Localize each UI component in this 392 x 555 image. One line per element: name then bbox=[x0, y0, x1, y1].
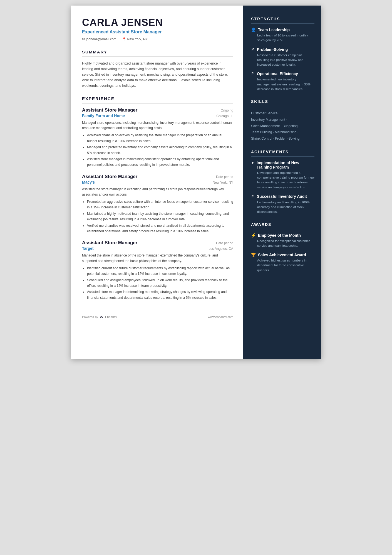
bullet-1-1: Achieved financial objectives by assisti… bbox=[87, 132, 233, 144]
strengths-divider bbox=[251, 23, 314, 24]
brand-name: Enhancv bbox=[105, 315, 117, 319]
award-desc-2: Achieved highest sales numbers in depart… bbox=[251, 258, 314, 273]
email-icon: ✉ bbox=[82, 37, 85, 41]
skill-line-2: Inventory Management · bbox=[251, 117, 314, 123]
bullet-2-1: Promoted an aggressive sales culture wit… bbox=[87, 199, 233, 210]
exp-date-3: Date period bbox=[216, 241, 233, 245]
award-label-2: 🏆 Sales Achievement Award bbox=[251, 253, 314, 257]
summary-title: SUMMARY bbox=[82, 50, 233, 54]
skill-line-1: Customer Service · bbox=[251, 110, 314, 117]
experience-title: EXPERIENCE bbox=[82, 96, 233, 101]
exp-bullets-2: Promoted an aggressive sales culture wit… bbox=[82, 199, 233, 234]
exp-description-1: Managed store operations, including merc… bbox=[82, 120, 233, 131]
email-contact: ✉ johndoe@email.com bbox=[82, 37, 116, 41]
enhancv-logo-icon: ∞ bbox=[100, 314, 103, 320]
exp-company-1: Family Farm and Home bbox=[82, 114, 125, 118]
skill-line-5: Shrink Control · Problem-Solving bbox=[251, 135, 314, 142]
employee-month-icon: ⚡ bbox=[251, 233, 256, 238]
achievement-desc-2: Led inventory audit resulting in 100% ac… bbox=[251, 200, 314, 214]
bullet-3-2: Scheduled and assigned employees, follow… bbox=[87, 277, 233, 289]
candidate-title: Experienced Assistant Store Manager bbox=[82, 29, 233, 34]
sales-achievement-icon: 🏆 bbox=[251, 253, 256, 257]
awards-title: AWARDS bbox=[251, 222, 314, 227]
achievement-item-1: ✦ Implementation of New Training Program… bbox=[251, 161, 314, 190]
strength-desc-1: Led a team of 10 to exceed monthly sales… bbox=[251, 33, 314, 43]
skills-title: SKILLS bbox=[251, 99, 314, 104]
skills-list: Customer Service · Inventory Management … bbox=[251, 110, 314, 142]
exp-company-row-2: Macy's New York, NY bbox=[82, 180, 233, 184]
skill-line-4: Team Building · Merchandising · bbox=[251, 129, 314, 135]
skills-divider bbox=[251, 106, 314, 106]
strength-item-1: 👤 Team Leadership Led a team of 10 to ex… bbox=[251, 28, 314, 43]
achievement-item-2: ⚐ Successful Inventory Audit Led invento… bbox=[251, 194, 314, 214]
bullet-2-2: Maintained a highly motivated team by as… bbox=[87, 211, 233, 222]
awards-divider bbox=[251, 229, 314, 229]
strength-desc-3: Implemented new inventory management sys… bbox=[251, 77, 314, 92]
experience-entry-1: Assistant Store Manager Ongoing Family F… bbox=[82, 107, 233, 168]
bullet-1-2: Managed and protected inventory and comp… bbox=[87, 144, 233, 156]
summary-text: Highly motivated and organized assistant… bbox=[82, 61, 233, 88]
exp-company-3: Target bbox=[82, 246, 94, 251]
footer-logo: Powered by ∞ Enhancv bbox=[82, 314, 117, 320]
award-desc-1: Recognized for exceptional customer serv… bbox=[251, 239, 314, 248]
header-section: CARLA JENSEN Experienced Assistant Store… bbox=[82, 17, 233, 41]
footer-website: www.enhancv.com bbox=[208, 315, 233, 319]
strength-label-2: ⚐ Problem-Solving bbox=[251, 47, 314, 52]
experience-divider bbox=[82, 103, 233, 103]
exp-date-1: Ongoing bbox=[221, 108, 233, 112]
exp-date-2: Date period bbox=[216, 175, 233, 179]
strength-item-3: ⚐ Operational Efficiency Implemented new… bbox=[251, 71, 314, 92]
exp-company-row-3: Target Los Angeles, CA bbox=[82, 246, 233, 251]
achievement-label-1: ✦ Implementation of New Training Program bbox=[251, 161, 314, 169]
award-item-2: 🏆 Sales Achievement Award Achieved highe… bbox=[251, 253, 314, 273]
strength-desc-2: Resolved a customer complaint resulting … bbox=[251, 53, 314, 67]
resume-container: CARLA JENSEN Experienced Assistant Store… bbox=[71, 6, 321, 359]
strength-label-3: ⚐ Operational Efficiency bbox=[251, 71, 314, 76]
problem-solving-icon: ⚐ bbox=[251, 47, 255, 52]
exp-description-2: Assisted the store manager in executing … bbox=[82, 187, 233, 197]
exp-header-1: Assistant Store Manager Ongoing bbox=[82, 107, 233, 113]
summary-divider bbox=[82, 56, 233, 57]
exp-company-2: Macy's bbox=[82, 180, 95, 184]
exp-header-3: Assistant Store Manager Date period bbox=[82, 240, 233, 246]
awards-section: AWARDS ⚡ Employee of the Month Recognize… bbox=[251, 222, 314, 273]
location-contact: 📍 New York, NY bbox=[122, 37, 148, 41]
award-label-1: ⚡ Employee of the Month bbox=[251, 233, 314, 238]
powered-by-text: Powered by bbox=[82, 315, 98, 319]
training-program-icon: ✦ bbox=[251, 161, 254, 165]
candidate-name: CARLA JENSEN bbox=[82, 17, 233, 28]
operational-efficiency-icon: ⚐ bbox=[251, 71, 255, 76]
achievement-label-2: ⚐ Successful Inventory Audit bbox=[251, 194, 314, 199]
strengths-section: STRENGTHS 👤 Team Leadership Led a team o… bbox=[251, 17, 314, 92]
achievement-desc-1: Developed and implemented a comprehensiv… bbox=[251, 171, 314, 190]
bullet-3-1: Identified current and future customer r… bbox=[87, 265, 233, 277]
exp-title-3: Assistant Store Manager bbox=[82, 240, 137, 246]
achievements-title: ACHIEVEMENTS bbox=[251, 150, 314, 154]
resume-footer: Powered by ∞ Enhancv www.enhancv.com bbox=[82, 308, 233, 320]
location-icon: 📍 bbox=[122, 37, 126, 41]
award-item-1: ⚡ Employee of the Month Recognized for e… bbox=[251, 233, 314, 248]
header-contact: ✉ johndoe@email.com 📍 New York, NY bbox=[82, 37, 233, 41]
bullet-3-3: Assisted store manager in determining ma… bbox=[87, 289, 233, 300]
strengths-title: STRENGTHS bbox=[251, 17, 314, 21]
skill-line-3: Sales Management · Budgeting · bbox=[251, 123, 314, 129]
team-leadership-icon: 👤 bbox=[251, 28, 256, 32]
achievements-section: ACHIEVEMENTS ✦ Implementation of New Tra… bbox=[251, 150, 314, 214]
strength-label-1: 👤 Team Leadership bbox=[251, 28, 314, 32]
experience-section: EXPERIENCE Assistant Store Manager Ongoi… bbox=[82, 96, 233, 300]
skills-section: SKILLS Customer Service · Inventory Mana… bbox=[251, 99, 314, 142]
experience-entry-3: Assistant Store Manager Date period Targ… bbox=[82, 240, 233, 300]
exp-bullets-3: Identified current and future customer r… bbox=[82, 265, 233, 300]
exp-title-1: Assistant Store Manager bbox=[82, 107, 137, 113]
left-column: CARLA JENSEN Experienced Assistant Store… bbox=[71, 6, 243, 359]
exp-location-2: New York, NY bbox=[213, 181, 233, 184]
exp-bullets-1: Achieved financial objectives by assisti… bbox=[82, 132, 233, 167]
exp-title-2: Assistant Store Manager bbox=[82, 174, 137, 179]
exp-description-3: Managed the store in absence of the stor… bbox=[82, 253, 233, 263]
summary-section: SUMMARY Highly motivated and organized a… bbox=[82, 50, 233, 88]
bullet-2-3: Verified merchandise was received, store… bbox=[87, 223, 233, 234]
bullet-1-3: Assisted store manager in maintaining co… bbox=[87, 156, 233, 168]
strength-item-2: ⚐ Problem-Solving Resolved a customer co… bbox=[251, 47, 314, 67]
exp-company-row-1: Family Farm and Home Chicago, IL bbox=[82, 114, 233, 118]
exp-header-2: Assistant Store Manager Date period bbox=[82, 174, 233, 179]
